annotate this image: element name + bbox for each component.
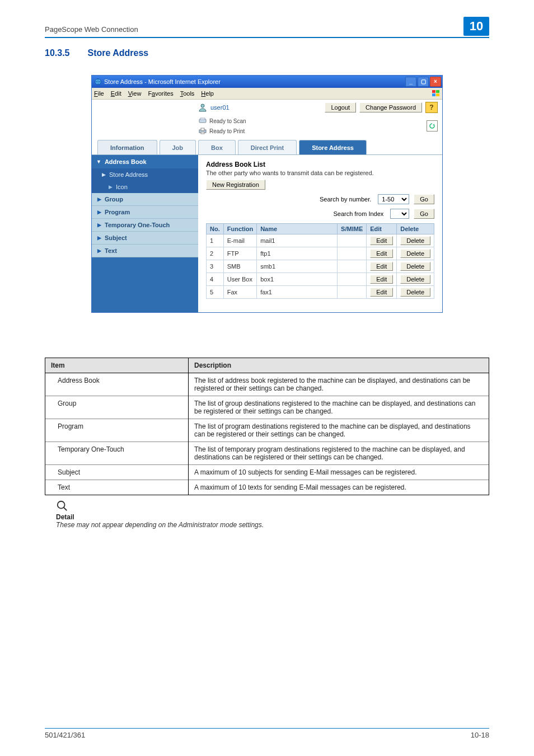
index-select[interactable] bbox=[390, 209, 409, 219]
sidebar-subject[interactable]: ▶ Subject bbox=[92, 232, 198, 245]
svg-rect-2 bbox=[436, 90, 439, 93]
sidebar-address-book-label: Address Book bbox=[105, 158, 147, 165]
content-heading: Address Book List bbox=[206, 161, 434, 168]
desc-item: Temporary One-Touch bbox=[45, 442, 189, 465]
maximize-button[interactable]: ▢ bbox=[418, 77, 429, 87]
sidebar-address-book[interactable]: ▼ Address Book bbox=[92, 155, 198, 168]
desc-col-description: Description bbox=[189, 358, 489, 373]
footer-rule bbox=[45, 728, 489, 729]
cell-no: 5 bbox=[207, 286, 224, 299]
cell-edit: Edit bbox=[367, 247, 397, 260]
svg-point-11 bbox=[58, 501, 65, 509]
cell-function: E-mail bbox=[223, 234, 256, 247]
footer-left: 501/421/361 bbox=[45, 731, 85, 739]
desc-text: The list of temporary program destinatio… bbox=[189, 442, 489, 465]
close-button[interactable]: × bbox=[430, 77, 441, 87]
refresh-icon bbox=[429, 123, 435, 129]
sidebar-text-label: Text bbox=[105, 247, 117, 254]
new-registration-button[interactable]: New Registration bbox=[206, 180, 265, 190]
magnifier-icon bbox=[56, 500, 68, 512]
refresh-button[interactable] bbox=[427, 120, 438, 132]
col-delete: Delete bbox=[397, 224, 434, 234]
col-name: Name bbox=[257, 224, 338, 234]
chapter-badge: 10 bbox=[463, 17, 489, 36]
table-row: 1 E-mail mail1 Edit Delete bbox=[207, 234, 434, 247]
caret-right-icon: ▶ bbox=[97, 235, 101, 241]
table-row: 3 SMB smb1 Edit Delete bbox=[207, 260, 434, 273]
windows-flag-icon bbox=[431, 89, 441, 98]
menu-edit[interactable]: Edit bbox=[111, 90, 121, 97]
svg-rect-1 bbox=[432, 90, 435, 93]
caret-right-icon: ▶ bbox=[102, 172, 106, 177]
cell-smime bbox=[338, 273, 367, 286]
change-password-button[interactable]: Change Password bbox=[359, 102, 422, 112]
menu-file[interactable]: File bbox=[94, 90, 104, 97]
tab-store-address[interactable]: Store Address bbox=[299, 140, 367, 154]
caret-right-icon: ▶ bbox=[97, 222, 101, 228]
content-pane: Address Book List The other party who wa… bbox=[198, 155, 442, 312]
menu-tools[interactable]: Tools bbox=[180, 90, 195, 97]
table-row: 2 FTP ftp1 Edit Delete bbox=[207, 247, 434, 260]
cell-function: User Box bbox=[223, 273, 256, 286]
cell-function: Fax bbox=[223, 286, 256, 299]
search-by-number-label: Search by number. bbox=[206, 196, 373, 203]
cell-name: box1 bbox=[257, 273, 338, 286]
table-row: 4 User Box box1 Edit Delete bbox=[207, 273, 434, 286]
sidebar-store-address[interactable]: ▶ Store Address bbox=[92, 168, 198, 181]
go-number-button[interactable]: Go bbox=[414, 194, 434, 204]
edit-button[interactable]: Edit bbox=[370, 275, 393, 284]
table-row: 5 Fax fax1 Edit Delete bbox=[207, 286, 434, 299]
cell-edit: Edit bbox=[367, 273, 397, 286]
table-row: Text A maximum of 10 texts for sending E… bbox=[45, 480, 489, 495]
col-edit: Edit bbox=[367, 224, 397, 234]
edit-button[interactable]: Edit bbox=[370, 288, 393, 297]
ready-scan-label: Ready to Scan bbox=[209, 118, 246, 124]
svg-rect-9 bbox=[201, 128, 204, 130]
edit-button[interactable]: Edit bbox=[370, 236, 393, 245]
sidebar-icon[interactable]: ▶ Icon bbox=[92, 181, 198, 193]
cell-smime bbox=[338, 234, 367, 247]
ie-titlebar: Store Address - Microsoft Internet Explo… bbox=[92, 76, 442, 88]
sidebar-group[interactable]: ▶ Group bbox=[92, 193, 198, 206]
ie-window: Store Address - Microsoft Internet Explo… bbox=[91, 75, 443, 313]
tab-box[interactable]: Box bbox=[198, 140, 236, 154]
tab-direct-print[interactable]: Direct Print bbox=[238, 140, 297, 154]
content-note: The other party who wants to transmit da… bbox=[206, 170, 434, 176]
delete-button[interactable]: Delete bbox=[400, 249, 430, 258]
delete-button[interactable]: Delete bbox=[400, 262, 430, 271]
menu-view[interactable]: View bbox=[128, 90, 142, 97]
cell-delete: Delete bbox=[397, 247, 434, 260]
detail-heading: Detail bbox=[56, 513, 489, 521]
minimize-button[interactable]: _ bbox=[405, 77, 416, 87]
go-index-button[interactable]: Go bbox=[414, 209, 434, 219]
svg-rect-7 bbox=[200, 118, 205, 120]
cell-name: smb1 bbox=[257, 260, 338, 273]
header-rule bbox=[45, 37, 489, 38]
sidebar-program[interactable]: ▶ Program bbox=[92, 206, 198, 219]
desc-text: The list of program destinations registe… bbox=[189, 419, 489, 442]
help-button[interactable]: ? bbox=[425, 102, 438, 113]
sidebar-program-label: Program bbox=[105, 209, 130, 215]
ie-window-title: Store Address - Microsoft Internet Explo… bbox=[104, 78, 405, 85]
sidebar-temporary-one-touch[interactable]: ▶ Temporary One-Touch bbox=[92, 219, 198, 232]
cell-delete: Delete bbox=[397, 273, 434, 286]
svg-rect-4 bbox=[436, 93, 439, 96]
footer-right: 10-18 bbox=[471, 731, 489, 739]
menu-favorites[interactable]: Favorites bbox=[148, 90, 173, 97]
tab-information[interactable]: Information bbox=[97, 140, 157, 154]
edit-button[interactable]: Edit bbox=[370, 249, 393, 258]
caret-right-icon: ▶ bbox=[109, 184, 113, 190]
sidebar-text[interactable]: ▶ Text bbox=[92, 245, 198, 257]
svg-rect-10 bbox=[201, 132, 204, 134]
menu-help[interactable]: Help bbox=[201, 90, 214, 97]
range-select[interactable]: 1-50 bbox=[378, 194, 409, 204]
delete-button[interactable]: Delete bbox=[400, 288, 430, 297]
delete-button[interactable]: Delete bbox=[400, 236, 430, 245]
edit-button[interactable]: Edit bbox=[370, 262, 393, 271]
sidebar-subject-label: Subject bbox=[105, 234, 127, 241]
logout-button[interactable]: Logout bbox=[325, 102, 356, 112]
delete-button[interactable]: Delete bbox=[400, 275, 430, 284]
desc-item: Program bbox=[45, 419, 189, 442]
page-footer: 501/421/361 10-18 bbox=[45, 728, 489, 739]
tab-job[interactable]: Job bbox=[160, 140, 196, 154]
